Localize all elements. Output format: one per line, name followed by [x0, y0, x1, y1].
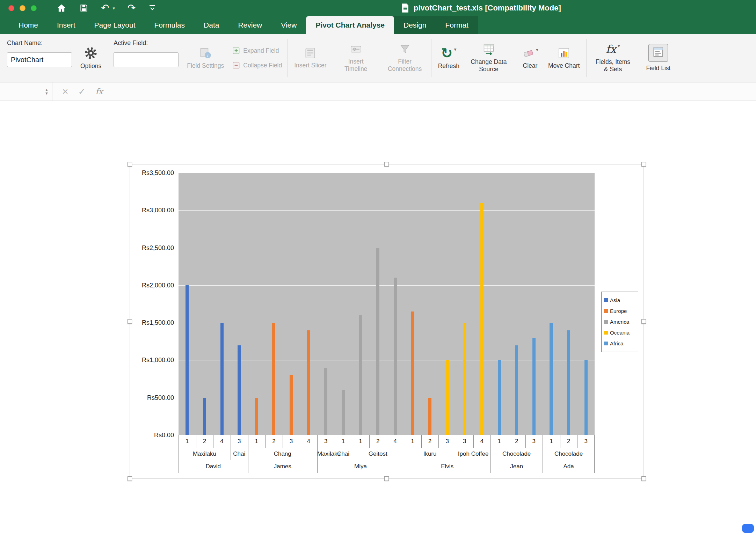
selection-handle-bottom-center[interactable]	[384, 476, 389, 481]
save-icon[interactable]	[79, 3, 88, 13]
bar-jean-chocolade-q2[interactable]	[515, 345, 518, 435]
redo-icon[interactable]: ↷	[128, 3, 136, 13]
legend-item-asia[interactable]: Asia	[604, 295, 635, 306]
slicer-icon	[304, 47, 316, 59]
name-box[interactable]: ▲▼	[0, 82, 52, 101]
bar-david-maxilaku-q2[interactable]	[203, 398, 206, 435]
enter-icon[interactable]: ✓	[78, 87, 86, 96]
minimize-button[interactable]	[20, 5, 26, 11]
filter-connections-button[interactable]: Filter Connections	[380, 34, 429, 82]
bar-elvis-ipoh-coffee-q3[interactable]	[463, 323, 466, 435]
ribbon-collapse-icon[interactable]	[148, 5, 157, 12]
chart-legend[interactable]: AsiaEuropeAmericaOceaniaAfrica	[601, 292, 638, 352]
legend-color-chip	[604, 298, 608, 302]
x-axis-quarter-label: 1	[404, 435, 421, 448]
tab-data[interactable]: Data	[194, 16, 228, 34]
collapse-field-button[interactable]: Collapse Field	[232, 61, 282, 69]
x-axis-divider	[594, 435, 595, 473]
bar-david-chai-q3[interactable]	[238, 345, 241, 435]
bar-ada-chocolade-q3[interactable]	[584, 360, 588, 435]
undo-caret-icon[interactable]: ▾	[112, 6, 115, 11]
change-data-source-button[interactable]: Change Data Source	[464, 34, 513, 82]
tab-insert[interactable]: Insert	[48, 16, 85, 34]
field-list-button[interactable]: Field List	[641, 34, 675, 82]
tab-view[interactable]: View	[271, 16, 306, 34]
selection-handle-top-left[interactable]	[128, 162, 132, 167]
x-axis-divider	[300, 435, 300, 448]
bar-elvis-ikuru-q3[interactable]	[446, 360, 449, 435]
bar-jean-chocolade-q1[interactable]	[498, 360, 501, 435]
close-button[interactable]	[8, 5, 14, 11]
legend-item-africa[interactable]: Africa	[604, 338, 635, 349]
document-icon	[401, 3, 409, 13]
refresh-button[interactable]: ↻ ▾ Refresh	[433, 34, 464, 82]
insert-timeline-button[interactable]: Insert Timeline	[332, 34, 380, 82]
plot-area[interactable]	[179, 173, 595, 435]
home-icon[interactable]	[56, 3, 67, 13]
y-axis[interactable]: Rs0.00Rs500.00Rs1,000.00Rs1,500.00Rs2,00…	[130, 173, 174, 435]
bar-david-maxilaku-q1[interactable]	[186, 285, 189, 435]
x-axis[interactable]: 124Maxilaku3ChaiDavid1234ChangJames3Maxi…	[179, 435, 595, 474]
bar-james-chang-q2[interactable]	[272, 323, 275, 435]
options-button[interactable]: Options	[75, 34, 106, 82]
legend-item-oceania[interactable]: Oceania	[604, 327, 635, 338]
bar-miya-geitost-q2[interactable]	[376, 248, 379, 435]
bar-david-maxilaku-q4[interactable]	[220, 323, 224, 435]
bar-elvis-ipoh-coffee-q4[interactable]	[480, 203, 484, 435]
bar-ada-chocolade-q1[interactable]	[550, 323, 553, 435]
selection-handle-middle-left[interactable]	[128, 319, 132, 324]
worksheet-area[interactable]: Rs0.00Rs500.00Rs1,000.00Rs1,500.00Rs2,00…	[0, 101, 756, 535]
scroll-indicator[interactable]	[742, 524, 754, 533]
tab-review[interactable]: Review	[228, 16, 271, 34]
zoom-button[interactable]	[31, 5, 37, 11]
tab-page-layout[interactable]: Page Layout	[85, 16, 145, 34]
insert-slicer-button[interactable]: Insert Slicer	[289, 34, 331, 82]
pivot-chart[interactable]: Rs0.00Rs500.00Rs1,000.00Rs1,500.00Rs2,00…	[130, 164, 644, 479]
expand-field-button[interactable]: Expand Field	[232, 47, 282, 54]
x-axis-quarter-label: 4	[473, 435, 491, 448]
bar-miya-geitost-q1[interactable]	[359, 315, 362, 435]
bar-james-chang-q3[interactable]	[290, 375, 293, 435]
bar-jean-chocolade-q3[interactable]	[532, 338, 536, 435]
tab-pivot-chart-analyse[interactable]: Pivot Chart Analyse	[306, 16, 394, 34]
field-settings-button[interactable]: i Field Settings	[182, 34, 229, 82]
undo-icon[interactable]: ↶	[101, 3, 109, 13]
bar-elvis-ikuru-q2[interactable]	[428, 398, 431, 435]
selection-handle-middle-right[interactable]	[641, 319, 646, 324]
bar-ada-chocolade-q2[interactable]	[567, 330, 570, 435]
move-chart-button[interactable]: Move Chart	[543, 34, 584, 82]
active-field-input[interactable]	[114, 52, 179, 67]
tab-design[interactable]: Design	[394, 16, 436, 34]
selection-handle-top-right[interactable]	[641, 162, 646, 167]
bar-miya-maxilaku-q3[interactable]	[324, 368, 327, 435]
bar-miya-chai-q1[interactable]	[342, 390, 345, 435]
tab-formulas[interactable]: Formulas	[145, 16, 195, 34]
formula-input[interactable]	[103, 82, 756, 101]
formula-bar: ▲▼ × ✓ fx	[0, 82, 756, 101]
name-box-stepper[interactable]: ▲▼	[45, 88, 49, 95]
cancel-icon[interactable]: ×	[62, 86, 68, 97]
x-axis-quarter-label: 1	[543, 435, 560, 448]
refresh-caret-icon[interactable]: ▾	[454, 46, 457, 52]
legend-item-europe[interactable]: Europe	[604, 306, 635, 316]
x-axis-person-label: Ada	[543, 460, 595, 473]
bar-elvis-ikuru-q1[interactable]	[411, 312, 414, 435]
bar-james-chang-q1[interactable]	[255, 398, 258, 435]
insert-function-icon[interactable]: fx	[95, 87, 103, 96]
selection-handle-top-center[interactable]	[384, 162, 389, 167]
bar-james-chang-q4[interactable]	[307, 330, 310, 435]
clear-caret-icon[interactable]: ▾	[536, 47, 538, 53]
legend-item-america[interactable]: America	[604, 316, 635, 327]
selection-handle-bottom-left[interactable]	[128, 476, 132, 481]
fields-items-sets-button[interactable]: fx ▾ Fields, Items & Sets	[588, 34, 637, 82]
x-axis-quarter-label: 3	[231, 435, 248, 448]
fields-items-sets-caret-icon[interactable]: ▾	[618, 43, 620, 49]
tab-home[interactable]: Home	[9, 16, 48, 34]
bar-miya-geitost-q4[interactable]	[394, 278, 397, 435]
chart-name-input[interactable]	[7, 52, 72, 67]
x-axis-quarter-label: 3	[317, 435, 335, 448]
clear-button[interactable]: ▾ Clear	[517, 34, 543, 82]
tab-format[interactable]: Format	[436, 16, 478, 34]
selection-handle-bottom-right[interactable]	[641, 476, 646, 481]
x-axis-divider	[387, 435, 387, 448]
